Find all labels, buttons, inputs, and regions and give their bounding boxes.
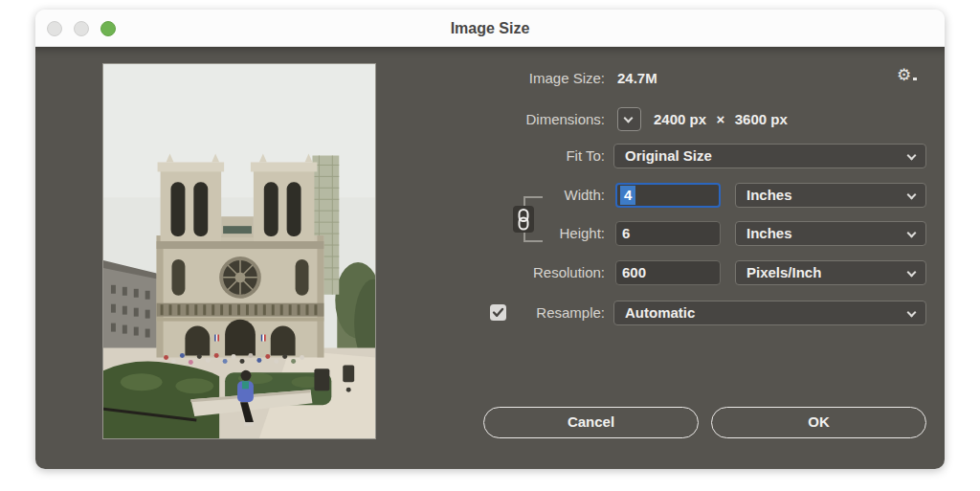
chevron-down-icon [624, 114, 634, 123]
image-size-value: 24.7M [617, 68, 657, 89]
resolution-label: Resolution: [433, 260, 605, 285]
dimensions-label: Dimensions: [433, 107, 605, 131]
resolution-unit-select[interactable]: Pixels/Inch [735, 260, 926, 285]
dimensions-value: 2400 px × 3600 px [654, 107, 793, 131]
chevron-down-icon [907, 229, 917, 238]
height-unit-value: Inches [746, 225, 792, 241]
width-input[interactable]: 4 [615, 183, 721, 208]
resample-select[interactable]: Automatic [613, 301, 926, 325]
dimensions-width: 2400 px [654, 111, 706, 127]
resample-value: Automatic [625, 304, 695, 321]
width-unit-select[interactable]: Inches [735, 183, 926, 208]
ok-button[interactable]: OK [711, 407, 926, 438]
cancel-button[interactable]: Cancel [483, 407, 699, 438]
fit-to-label: Fit To: [433, 144, 605, 168]
gear-icon[interactable]: ⚙ [897, 62, 925, 87]
dialog-title: Image Size [35, 10, 945, 47]
dimensions-height: 3600 px [735, 111, 788, 127]
chevron-down-icon [907, 151, 917, 161]
width-label: Width: [433, 183, 605, 208]
chevron-down-icon [907, 268, 917, 278]
resolution-value: 600 [622, 264, 646, 280]
resolution-unit-value: Pixels/Inch [746, 264, 821, 280]
fit-to-select[interactable]: Original Size [613, 144, 926, 168]
height-label: Height: [433, 221, 605, 246]
image-size-dialog: Image Size [35, 10, 945, 469]
resample-label: Resample: [433, 301, 605, 325]
height-value: 6 [622, 225, 630, 241]
dimensions-disclosure-button[interactable] [617, 107, 641, 131]
width-unit-value: Inches [746, 187, 792, 203]
height-input[interactable]: 6 [615, 221, 721, 246]
multiply-sign: × [717, 111, 725, 127]
image-preview[interactable] [102, 63, 376, 439]
titlebar[interactable]: Image Size [35, 10, 945, 47]
gear-menu-dot [913, 78, 917, 80]
dialog-body: Image Size: 24.7M ⚙ Dimensions: 2400 px … [35, 47, 945, 469]
notre-dame-photo [103, 64, 375, 438]
chevron-down-icon [907, 190, 917, 200]
resolution-input[interactable]: 600 [615, 260, 721, 285]
height-unit-select[interactable]: Inches [735, 221, 926, 246]
gear-glyph: ⚙ [897, 65, 911, 84]
width-value-selected: 4 [620, 186, 635, 205]
fit-to-value: Original Size [625, 147, 712, 164]
chevron-down-icon [907, 308, 917, 318]
image-size-label: Image Size: [433, 68, 605, 89]
